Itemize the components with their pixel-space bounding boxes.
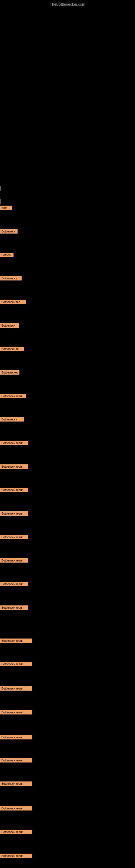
bottleneck-result-item: Bottleneck [0,323,19,328]
bottleneck-result-item: Bottlenecked [0,370,19,375]
bottleneck-result-item: Bottleneck r [0,417,24,422]
bottleneck-result-item: Bottleneck result [0,735,32,739]
bottleneck-result-item: Bottleneck result [0,710,32,714]
bottleneck-result-item: Bottlen [0,253,13,257]
bottleneck-result-item: Bottleneck result [0,830,32,834]
bottleneck-result-item: Bottleneck result [0,806,32,810]
bottleneck-result-item: Bottleneck result [0,781,32,786]
bottleneck-result-item: Bottleneck result [0,582,28,586]
bottleneck-result-item: Bottleneck result [0,535,28,539]
bottleneck-result-item: Bottleneck result [0,758,32,763]
cursor-line [0,186,1,191]
bottleneck-result-item: Bottleneck result [0,686,32,691]
bottleneck-result-item: Bottleneck result [0,558,28,563]
bottleneck-result-item: Bottleneck res [0,300,26,304]
bottleneck-result-item: Bottleneck re [0,347,24,351]
bottleneck-result-item: Bottleneck result [0,441,28,445]
bottleneck-result-item: Bottl [0,206,12,210]
bottleneck-result-item: Bottleneck result [0,488,28,492]
site-title: TheBottlenecker.com [50,2,85,6]
bottleneck-result-item: Bottleneck resu [0,394,26,398]
bottleneck-result-item: Bottleneck result [0,639,32,643]
bottleneck-result-item: Bottleneck result [0,662,32,666]
cursor-line [0,199,1,204]
bottleneck-result-item: Bottleneck [0,229,17,234]
bottleneck-result-item: Bottleneck result [0,511,28,516]
bottleneck-result-item: Bottleneck r [0,276,21,280]
bottleneck-result-item: Bottleneck result [0,464,28,469]
bottleneck-result-item: Bottleneck result [0,854,32,858]
bottleneck-result-item: Bottleneck result [0,606,28,610]
